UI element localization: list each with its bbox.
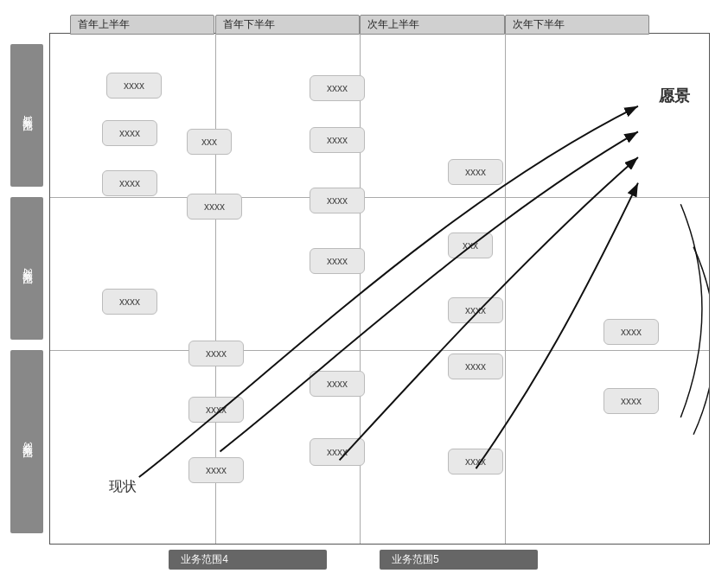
card-c20: xxxx bbox=[310, 371, 365, 397]
row-label-2: 业务范围2 bbox=[10, 197, 43, 340]
card-c9: xxxx bbox=[448, 159, 503, 185]
card-c15: xxxx bbox=[603, 388, 659, 414]
card-c16: xxxx bbox=[102, 289, 157, 315]
card-c22: xxxx bbox=[310, 438, 365, 466]
vision-label: 愿景 bbox=[659, 86, 690, 106]
row-divider-2 bbox=[50, 350, 709, 351]
row-label-1: 业务范围1 bbox=[10, 44, 43, 187]
card-c1: xxxx bbox=[106, 73, 162, 99]
card-c17: xxxx bbox=[188, 341, 244, 366]
card-c19: xxxx bbox=[310, 248, 365, 274]
card-c4: xxxx bbox=[102, 170, 157, 196]
card-c7: xxxx bbox=[310, 127, 365, 153]
row-label-3: 业务范围3 bbox=[10, 350, 43, 533]
card-c21: xxxx bbox=[188, 457, 244, 483]
card-c10: xxx bbox=[448, 232, 493, 258]
current-label: 现状 bbox=[109, 478, 137, 496]
card-c14: xxxx bbox=[603, 319, 659, 345]
col-divider-2 bbox=[360, 34, 361, 544]
bottom-label-1: 业务范围4 bbox=[169, 550, 327, 570]
diagram-wrapper: 首年上半年 首年下半年 次年上半年 次年下半年 业务范围1 业务范围2 业务范围… bbox=[10, 9, 718, 577]
col-divider-3 bbox=[505, 34, 506, 544]
card-c18: xxxx bbox=[188, 397, 244, 423]
card-c3: xxx bbox=[187, 129, 232, 155]
card-c2: xxxx bbox=[102, 120, 157, 146]
card-c5: xxxx bbox=[187, 194, 242, 220]
card-c13: xxxx bbox=[448, 449, 503, 475]
card-c11: xxxx bbox=[448, 297, 503, 323]
card-c8: xxxx bbox=[310, 188, 365, 213]
card-c12: xxxx bbox=[448, 354, 503, 379]
col-header-3: 次年上半年 bbox=[360, 15, 505, 35]
main-area: 首年上半年 首年下半年 次年上半年 次年下半年 业务范围1 业务范围2 业务范围… bbox=[49, 33, 710, 545]
card-c6: xxxx bbox=[310, 75, 365, 101]
col-header-4: 次年下半年 bbox=[505, 15, 650, 35]
col-header-2: 首年下半年 bbox=[215, 15, 361, 35]
col-header-1: 首年上半年 bbox=[70, 15, 215, 35]
row-divider-1 bbox=[50, 197, 709, 198]
bottom-label-2: 业务范围5 bbox=[380, 550, 538, 570]
